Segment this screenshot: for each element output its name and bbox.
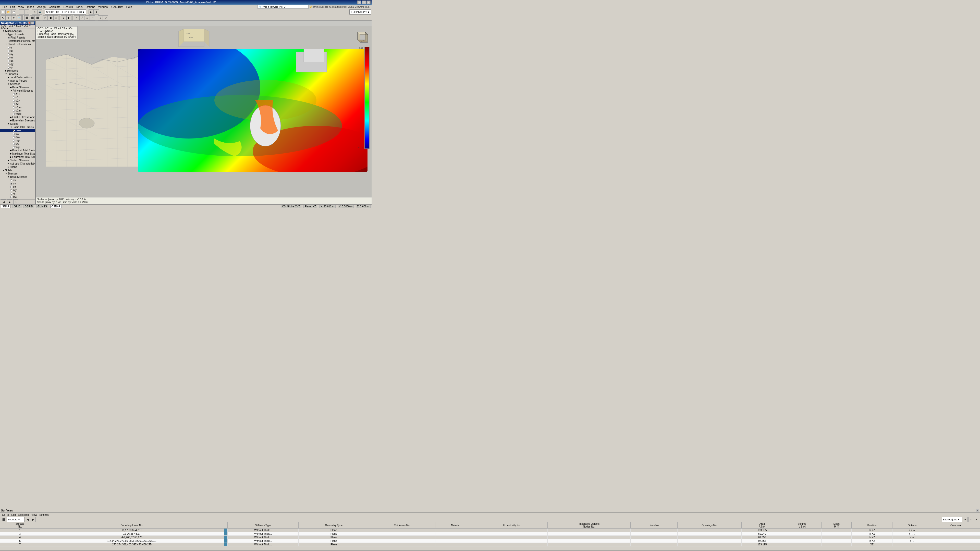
nav-px[interactable]: φx	[0, 59, 35, 62]
menu-view[interactable]: View	[17, 5, 26, 9]
tb-view-top[interactable]: ⬛	[30, 15, 35, 21]
nav-contact-stresses[interactable]: ▶ Contact Stresses	[0, 159, 35, 162]
tb-new[interactable]: 📄	[0, 10, 6, 14]
nav-basic-stresses[interactable]: ▶ Basic Stresses	[0, 86, 35, 89]
tb-animate[interactable]: ▶	[66, 15, 72, 21]
view-dropdown[interactable]: 1 - Global XYZ ▼	[349, 10, 371, 14]
tb-save[interactable]: 💾	[11, 10, 16, 14]
nav-btn-forward[interactable]: ▶	[7, 200, 12, 205]
nav-type-results[interactable]: ▼ Type of results	[0, 33, 35, 36]
nav-sy[interactable]: σy	[0, 182, 35, 185]
tb-undo[interactable]: ↩	[19, 10, 24, 14]
nav-strains[interactable]: ▼ Strains	[0, 122, 35, 125]
nav-eyy-plus[interactable]: εyy+	[0, 132, 35, 135]
maximize-button[interactable]: □	[362, 0, 366, 4]
tb-run[interactable]: ▶	[89, 10, 94, 14]
tb-surfaces[interactable]: ▭	[85, 15, 90, 21]
nav-global-deform[interactable]: ▼ Global Deformations	[0, 43, 35, 46]
nav-u[interactable]: u	[0, 46, 35, 49]
nav-solids[interactable]: ▼ Solids	[0, 168, 35, 172]
nav-isotropic[interactable]: ▶ Isotropic Characteristics	[0, 162, 35, 165]
menu-edit[interactable]: Edit	[9, 5, 17, 9]
nav-members[interactable]: ▶ Members	[0, 69, 35, 73]
nav-stresses[interactable]: ▼ Stresses	[0, 83, 35, 86]
load-case-dropdown[interactable]: S: C02 LC1 + LC2 + LC3 + LC4 ▼	[45, 10, 86, 14]
menu-options[interactable]: Options	[84, 5, 97, 9]
nav-equiv-total[interactable]: ▶ Equivalent Total Strains	[0, 156, 35, 159]
nav-tmax[interactable]: τmax	[0, 112, 35, 116]
tb-lines[interactable]: ╱	[80, 15, 84, 21]
menu-file[interactable]: File	[1, 5, 9, 9]
nav-sz[interactable]: σz	[0, 185, 35, 189]
status-glines[interactable]: GLINES	[36, 205, 48, 208]
menu-insert[interactable]: Insert	[25, 5, 36, 9]
nav-s2minus[interactable]: σ2-	[0, 102, 35, 106]
nav-internal-forces[interactable]: ▶ Internal Forces	[0, 79, 35, 83]
nav-uz[interactable]: uz	[0, 56, 35, 59]
tb-rotate[interactable]: ↻	[11, 15, 16, 21]
tb-stop[interactable]: ■	[94, 10, 99, 14]
menu-calculate[interactable]: Calculate	[47, 5, 62, 9]
tb-open[interactable]: 📂	[6, 10, 11, 14]
tb-select[interactable]: ↖	[0, 15, 6, 21]
nav-s2m[interactable]: σ2.m	[0, 109, 35, 112]
nav-final-results[interactable]: Final Results	[0, 36, 35, 39]
nav-s1m[interactable]: σ1.m	[0, 106, 35, 109]
nav-s2plus[interactable]: σ2+	[0, 99, 35, 102]
tb-screenshot[interactable]: 📷	[37, 10, 42, 14]
nav-btn-info[interactable]: ℹ	[13, 200, 18, 205]
nav-s1plus[interactable]: σ1+	[0, 92, 35, 96]
nav-surfaces[interactable]: ▼ Surfaces	[0, 73, 35, 76]
nav-uy[interactable]: uy	[0, 52, 35, 56]
close-button[interactable]: ×	[366, 0, 371, 4]
nav-eyy-minus[interactable]: εyy-	[0, 139, 35, 142]
minimize-button[interactable]: −	[357, 0, 361, 4]
titlebar-controls[interactable]: − □ ×	[357, 0, 371, 4]
tb-zoom-in[interactable]: 🔍	[17, 15, 22, 21]
tb-members[interactable]: ═	[90, 15, 95, 21]
nav-maximum-total[interactable]: ▶ Maximum Total Strains	[0, 152, 35, 156]
nav-ux[interactable]: ux	[0, 49, 35, 52]
nav-local-deform[interactable]: ▶ Local Deformations	[0, 76, 35, 79]
nav-solid-basic[interactable]: ▼ Basic Stresses	[0, 175, 35, 179]
tb-nodes[interactable]: •	[74, 15, 79, 21]
menu-results[interactable]: Results	[62, 5, 75, 9]
status-snap[interactable]: SNAP	[1, 205, 11, 208]
nav-shape[interactable]: ▶ Shape	[0, 165, 35, 168]
tb-supports[interactable]: ▽	[103, 15, 108, 21]
nav-combo[interactable]: CO2 - LC1 + LC2 + LC3 + LC4 ▼	[0, 25, 35, 29]
menu-help[interactable]: Help	[125, 5, 134, 9]
status-osnap[interactable]: OSNAP	[50, 205, 62, 208]
nav-elastic-stress[interactable]: ▶ Elastic Stress Components	[0, 116, 35, 119]
viewport[interactable]: CO2 - LC1 + LC2 + LC3 + LC4 Loads [kN/m²…	[36, 21, 372, 204]
menu-tools[interactable]: Tools	[74, 5, 84, 9]
nav-diff-initial[interactable]: Differences to initial state	[0, 39, 35, 43]
nav-btn-back[interactable]: ◀	[1, 200, 6, 205]
status-bgrid[interactable]: BGRID	[24, 205, 34, 208]
nav-gxy[interactable]: γxy-	[0, 145, 35, 149]
nav-principal-total[interactable]: ▶ Principal Total Strains	[0, 149, 35, 152]
menu-assign[interactable]: Assign	[36, 5, 47, 9]
3d-scene[interactable]: 75.00 80.00	[36, 26, 372, 204]
tb-view-front[interactable]: ⬛	[24, 15, 29, 21]
search-bar[interactable]: 🔍 Type a keyword (Alt+Q)	[258, 5, 309, 9]
nav-equiv-stress[interactable]: ▶ Equivalent Stresses	[0, 119, 35, 122]
nav-basic-total-strains[interactable]: ▼ Basic Total Strains	[0, 125, 35, 129]
nav-s1minus[interactable]: σ1-	[0, 96, 35, 99]
nav-py[interactable]: φy	[0, 62, 35, 66]
tb-print[interactable]: 🖨	[32, 10, 37, 14]
nav-principal-stresses[interactable]: ▼ Principal Stresses	[0, 89, 35, 92]
nav-sx[interactable]: σx	[0, 179, 35, 182]
tb-wireframe[interactable]: ◻	[43, 15, 48, 21]
nav-txy[interactable]: τxy	[0, 189, 35, 192]
nav-exx-minus[interactable]: εxx-	[0, 135, 35, 139]
nav-txz[interactable]: τxz	[0, 195, 35, 198]
tb-solid[interactable]: ◼	[48, 15, 53, 21]
nav-exy[interactable]: εxy	[0, 142, 35, 145]
nav-tyz[interactable]: τyz	[0, 192, 35, 195]
tb-loads[interactable]: ↓	[98, 15, 103, 21]
status-grid[interactable]: GRID	[13, 205, 21, 208]
tb-transparent[interactable]: ◈	[53, 15, 59, 21]
menu-window[interactable]: Window	[97, 5, 110, 9]
nav-pz[interactable]: φz	[0, 66, 35, 69]
